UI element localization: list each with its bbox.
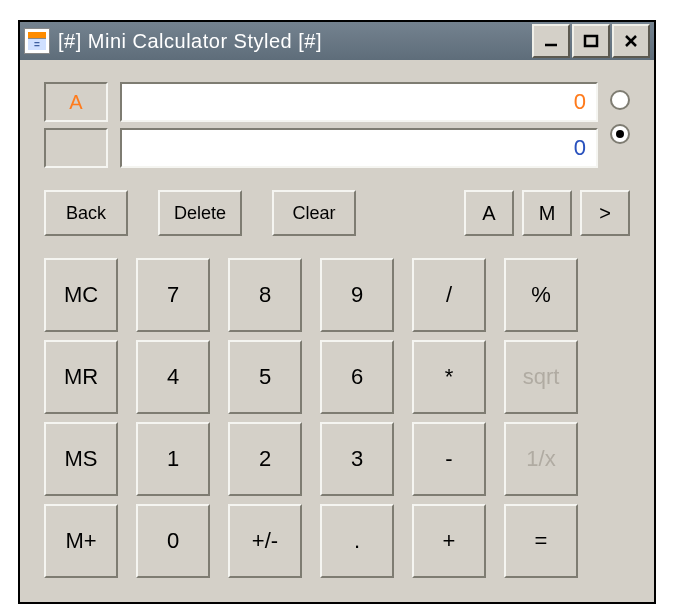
digit-1-button[interactable]: 1 [136, 422, 210, 496]
divide-button[interactable]: / [412, 258, 486, 332]
memory-clear-button[interactable]: MC [44, 258, 118, 332]
maximize-button[interactable] [572, 24, 610, 58]
mode-indicator-b [44, 128, 108, 168]
decimal-button[interactable]: . [320, 504, 394, 578]
display-select-b-radio[interactable] [610, 124, 630, 144]
digit-6-button[interactable]: 6 [320, 340, 394, 414]
digit-2-button[interactable]: 2 [228, 422, 302, 496]
minimize-button[interactable] [532, 24, 570, 58]
window-title: [#] Mini Calculator Styled [#] [58, 30, 532, 53]
more-button[interactable]: > [580, 190, 630, 236]
sqrt-button[interactable]: sqrt [504, 340, 578, 414]
digit-0-button[interactable]: 0 [136, 504, 210, 578]
edit-controls-row: Back Delete Clear A M > [44, 190, 630, 236]
clear-button[interactable]: Clear [272, 190, 356, 236]
window-controls [532, 24, 650, 58]
content: A 0 0 Back Delete Clear A M > [20, 60, 654, 602]
reciprocal-button[interactable]: 1/x [504, 422, 578, 496]
digit-3-button[interactable]: 3 [320, 422, 394, 496]
digit-8-button[interactable]: 8 [228, 258, 302, 332]
digit-7-button[interactable]: 7 [136, 258, 210, 332]
minus-button[interactable]: - [412, 422, 486, 496]
m-toggle-button[interactable]: M [522, 190, 572, 236]
digit-9-button[interactable]: 9 [320, 258, 394, 332]
equals-button[interactable]: = [504, 504, 578, 578]
a-toggle-button[interactable]: A [464, 190, 514, 236]
digit-5-button[interactable]: 5 [228, 340, 302, 414]
close-button[interactable] [612, 24, 650, 58]
title-bar: = [#] Mini Calculator Styled [#] [20, 22, 654, 60]
digit-4-button[interactable]: 4 [136, 340, 210, 414]
app-icon: = [24, 28, 50, 54]
display-area: A 0 0 [44, 82, 630, 168]
sign-button[interactable]: +/- [228, 504, 302, 578]
delete-button[interactable]: Delete [158, 190, 242, 236]
multiply-button[interactable]: * [412, 340, 486, 414]
calculator-window: = [#] Mini Calculator Styled [#] A 0 0 [18, 20, 656, 604]
percent-button[interactable]: % [504, 258, 578, 332]
plus-button[interactable]: + [412, 504, 486, 578]
svg-rect-1 [585, 36, 597, 46]
keypad: MC789/%MR456*sqrtMS123-1/xM+0+/-.+= [44, 258, 578, 578]
mode-indicator-a: A [44, 82, 108, 122]
memory-store-button[interactable]: MS [44, 422, 118, 496]
memory-recall-button[interactable]: MR [44, 340, 118, 414]
back-button[interactable]: Back [44, 190, 128, 236]
display-a: 0 [120, 82, 598, 122]
display-b: 0 [120, 128, 598, 168]
display-select-a-radio[interactable] [610, 90, 630, 110]
memory-add-button[interactable]: M+ [44, 504, 118, 578]
